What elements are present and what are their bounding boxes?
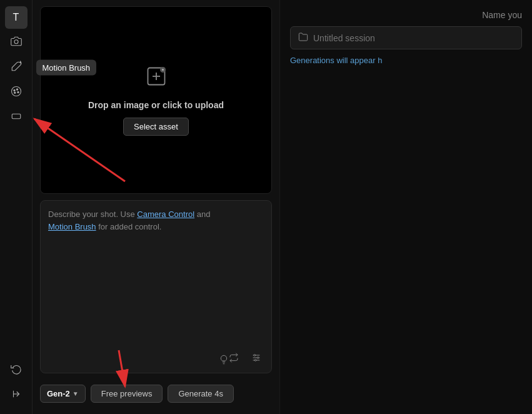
right-panel: Name you Generations will appear h [279, 0, 532, 414]
svg-point-20 [254, 360, 256, 361]
settings-icon[interactable] [248, 349, 265, 366]
svg-point-1 [11, 87, 21, 96]
svg-point-3 [16, 89, 18, 90]
session-input-wrapper[interactable] [290, 26, 522, 49]
motion-brush-icon [11, 61, 22, 74]
palette-icon [11, 86, 22, 99]
svg-rect-6 [12, 114, 21, 119]
gen-label: Gen-2 [47, 389, 70, 398]
svg-point-5 [14, 92, 15, 93]
refresh-icon [11, 363, 22, 377]
generations-text: Generations will appear h [290, 56, 522, 65]
sidebar-icon-collapse[interactable] [5, 384, 28, 406]
rectangle-icon [11, 111, 22, 124]
camera-control-link[interactable]: Camera Control [137, 210, 194, 219]
folder-icon [298, 32, 308, 44]
sidebar-icon-refresh[interactable] [5, 359, 28, 381]
upload-area[interactable]: Drop an image or click to upload Select … [40, 6, 272, 194]
collapse-icon [11, 388, 22, 402]
svg-point-4 [17, 91, 18, 93]
camera-icon [11, 36, 22, 49]
sidebar-icon-text[interactable]: T [5, 6, 28, 29]
prompt-hint: Describe your shot. Use Camera Control a… [48, 208, 264, 233]
sidebar-icon-rect[interactable] [5, 106, 28, 129]
sidebar-icon-brush[interactable]: Motion Brush [5, 56, 28, 79]
upload-text: Drop an image or click to upload [88, 100, 224, 110]
svg-point-18 [254, 355, 256, 356]
enhance-icon[interactable] [225, 349, 243, 366]
session-name-input[interactable] [313, 33, 514, 43]
svg-point-2 [13, 89, 14, 91]
svg-point-0 [14, 40, 18, 44]
motion-brush-link[interactable]: Motion Brush [48, 222, 96, 231]
prompt-icons [225, 349, 265, 366]
sidebar-icon-camera[interactable] [5, 31, 28, 54]
gen-selector[interactable]: Gen-2 ▼ [40, 385, 86, 403]
prompt-area[interactable]: Describe your shot. Use Camera Control a… [40, 200, 272, 373]
name-session-label: Name you [290, 10, 522, 20]
svg-point-19 [257, 357, 259, 359]
prompt-and-text: and [194, 210, 210, 219]
select-asset-button[interactable]: Select asset [123, 118, 189, 136]
main-content: Drop an image or click to upload Select … [33, 0, 279, 414]
chevron-down-icon: ▼ [73, 390, 79, 397]
sidebar-bottom [5, 359, 28, 414]
sidebar: T Motion Brush [0, 0, 33, 414]
generate-button[interactable]: Generate 4s [168, 385, 234, 403]
free-previews-button[interactable]: Free previews [91, 385, 163, 403]
prompt-hint-text: Describe your shot. Use [48, 210, 137, 219]
bottom-bar: Gen-2 ▼ Free previews Generate 4s [40, 380, 272, 408]
upload-icon [145, 65, 168, 93]
text-icon: T [13, 12, 19, 23]
prompt-suffix: for added control. [96, 222, 162, 231]
sidebar-icon-palette[interactable] [5, 81, 28, 104]
